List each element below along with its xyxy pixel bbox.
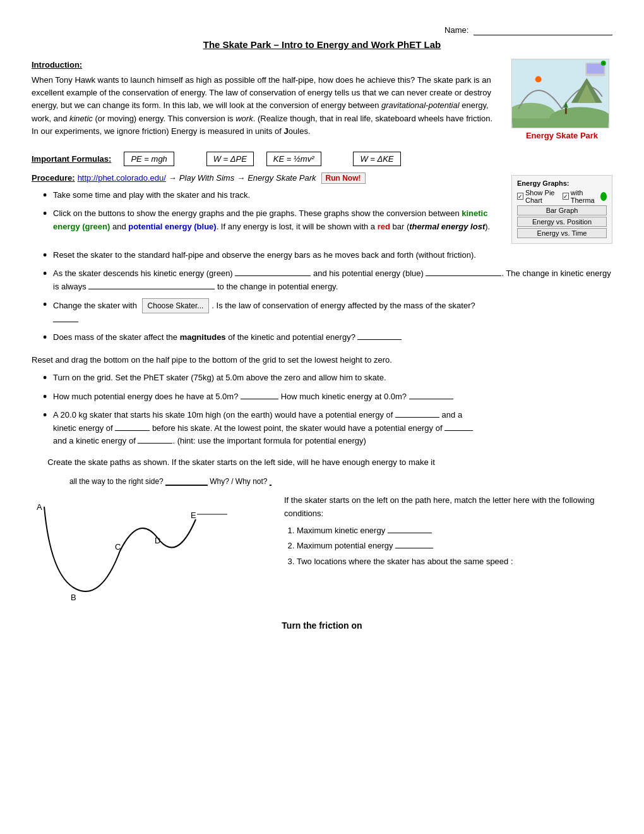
svg-point-12 bbox=[602, 62, 605, 64]
blank-c2 bbox=[395, 540, 433, 548]
procedure-section: Procedure: http://phet.colorado.edu/ → P… bbox=[32, 172, 612, 244]
path-diagram: all the way to the right side? _________… bbox=[32, 475, 271, 614]
conditions-list: Maximum kinetic energy Maximum potential… bbox=[297, 524, 612, 569]
formulas-row: Important Formulas: PE = mgh W = ΔPE KE … bbox=[32, 152, 612, 166]
intro-image-block: Energy Skate Park bbox=[511, 59, 612, 143]
bar-graph-button[interactable]: Bar Graph bbox=[517, 205, 607, 215]
bullet-content-8: How much potential energy does he have a… bbox=[53, 390, 612, 403]
svg-text:A: A bbox=[37, 502, 42, 512]
bullet-dot-7: • bbox=[43, 372, 53, 385]
bullet-section-1: • Take some time and play with the skate… bbox=[43, 189, 501, 233]
run-now-button[interactable]: Run Now! bbox=[321, 172, 366, 184]
svg-rect-3 bbox=[512, 118, 608, 128]
svg-text:all the way to the right side?: all the way to the right side? _________… bbox=[69, 477, 271, 486]
name-label: Name: bbox=[444, 25, 468, 35]
bullet-item-5: • Change the skater with Choose Skater..… bbox=[43, 298, 612, 327]
bullet-item-7: • Turn on the grid. Set the PhET skater … bbox=[43, 372, 612, 385]
svg-point-4 bbox=[535, 76, 542, 83]
turn-friction-label: Turn the friction on bbox=[32, 620, 612, 631]
energy-vs-time-button[interactable]: Energy vs. Time bbox=[517, 228, 607, 238]
path-right-text: If the skater starts on the left on the … bbox=[284, 494, 612, 521]
blank-9-1 bbox=[395, 409, 439, 418]
formula-separator-2 bbox=[334, 154, 341, 164]
red-label: red bbox=[378, 222, 390, 231]
blank-9-2 bbox=[115, 422, 150, 431]
blank-c1 bbox=[388, 524, 432, 533]
bullet-item-1: • Take some time and play with the skate… bbox=[43, 189, 501, 203]
formula-1: PE = mgh bbox=[124, 152, 174, 166]
blank-8-2 bbox=[409, 390, 453, 399]
bullet-item-4: • As the skater descends his kinetic ene… bbox=[43, 267, 612, 293]
green-indicator bbox=[600, 192, 607, 201]
bullet-dot-4: • bbox=[43, 267, 53, 281]
bullet-content-2: Click on the buttons to show the energy … bbox=[53, 207, 501, 233]
condition-3: Two locations where the skater has about… bbox=[297, 555, 612, 569]
bullet-dot-3: • bbox=[43, 249, 53, 263]
thermal-label: thermal energy lost bbox=[409, 222, 485, 231]
pie-chart-checkbox[interactable]: ✓ bbox=[517, 193, 523, 200]
svg-text:B: B bbox=[71, 593, 76, 602]
procedure-side: Energy Graphs: ✓ Show Pie Chart ✓ with T… bbox=[511, 172, 612, 244]
phet-link[interactable]: http://phet.colorado.edu/ bbox=[78, 173, 166, 183]
procedure-label: Procedure: bbox=[32, 173, 75, 183]
bullet-content-4: As the skater descends his kinetic energ… bbox=[53, 267, 612, 293]
formula-2: W = ΔPE bbox=[206, 152, 254, 166]
energy-vs-position-button[interactable]: Energy vs. Position bbox=[517, 217, 607, 227]
bullet-item-9: • A 20.0 kg skater that starts his skate… bbox=[43, 409, 612, 447]
name-line: Name: bbox=[32, 25, 612, 35]
formula-4: W = ΔKE bbox=[353, 152, 400, 166]
image-label: Energy Skate Park bbox=[511, 131, 612, 140]
bullet-dot-2: • bbox=[43, 207, 53, 221]
blank-4-1 bbox=[235, 267, 311, 276]
bullet-section-3: • Turn on the grid. Set the PhET skater … bbox=[43, 372, 612, 447]
path-row: all the way to the right side? _________… bbox=[32, 475, 612, 614]
arrow1: → bbox=[169, 173, 177, 183]
blank-5-1 bbox=[53, 313, 78, 322]
bullet-dot-5: • bbox=[43, 298, 53, 312]
svg-text:C: C bbox=[115, 542, 121, 552]
intro-body: When Tony Hawk wants to launch himself a… bbox=[32, 74, 501, 138]
pie-chart-label: Show Pie Chart bbox=[525, 189, 561, 204]
formula-separator-1 bbox=[187, 154, 194, 164]
formulas-label: Important Formulas: bbox=[32, 154, 111, 164]
blank-9-4 bbox=[138, 435, 172, 444]
bullet-item-2: • Click on the buttons to show the energ… bbox=[43, 207, 501, 233]
page-title: The Skate Park – Intro to Energy and Wor… bbox=[32, 39, 612, 50]
intro-heading: Introduction: bbox=[32, 59, 501, 71]
energy-panel-title: Energy Graphs: bbox=[517, 179, 607, 187]
reset-text: Reset and drag the bottom on the half pi… bbox=[32, 354, 612, 366]
formula-3: KE = ½mv² bbox=[266, 152, 321, 166]
skate-park-image bbox=[511, 59, 609, 128]
svg-rect-10 bbox=[587, 64, 604, 74]
intro-section: Introduction: When Tony Hawk wants to la… bbox=[32, 59, 612, 143]
svg-text:E: E bbox=[191, 511, 196, 520]
procedure-main: Procedure: http://phet.colorado.edu/ → P… bbox=[32, 172, 501, 244]
blank-4-3 bbox=[88, 281, 215, 289]
bullet-item-6: • Does mass of the skater affect the mag… bbox=[43, 331, 612, 345]
bullet-dot-9: • bbox=[43, 409, 53, 423]
potential-blue: potential energy (blue) bbox=[128, 222, 216, 231]
svg-rect-7 bbox=[565, 108, 567, 114]
condition-1: Maximum kinetic energy bbox=[297, 524, 612, 538]
svg-text:D: D bbox=[155, 536, 160, 545]
skate-paths-intro: Create the skate paths as shown. If the … bbox=[32, 456, 612, 469]
bullet-dot-8: • bbox=[43, 390, 53, 404]
energy-panel-row-1: ✓ Show Pie Chart ✓ with Therma bbox=[517, 189, 607, 204]
bullet-content-7: Turn on the grid. Set the PhET skater (7… bbox=[53, 372, 612, 384]
bullet-dot-6: • bbox=[43, 331, 53, 345]
thermal-checkbox[interactable]: ✓ bbox=[563, 193, 569, 200]
blank-4-2 bbox=[426, 267, 501, 276]
choose-skater-button[interactable]: Choose Skater... bbox=[142, 298, 210, 314]
bullet-content-6: Does mass of the skater affect the magni… bbox=[53, 331, 612, 344]
bullet-content-3: Reset the skater to the standard half-pi… bbox=[53, 249, 612, 262]
blank-8-1 bbox=[241, 390, 278, 399]
condition-2: Maximum potential energy bbox=[297, 540, 612, 553]
name-field bbox=[474, 25, 612, 35]
park-label: Energy Skate Park bbox=[247, 173, 316, 183]
magnitudes-word: magnitudes bbox=[180, 332, 226, 342]
path-right-section: If the skater starts on the left on the … bbox=[284, 475, 612, 569]
blank-9-3 bbox=[444, 422, 473, 431]
blank-6-1 bbox=[357, 331, 402, 340]
bullet-content-9: A 20.0 kg skater that starts his skate 1… bbox=[53, 409, 612, 447]
sim-label: Play With Sims bbox=[179, 173, 234, 183]
